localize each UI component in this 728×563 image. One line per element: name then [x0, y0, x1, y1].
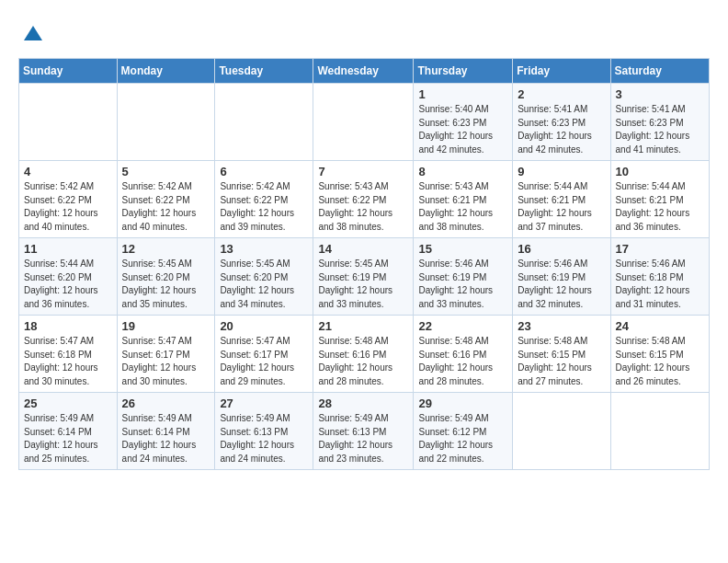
day-cell: 10Sunrise: 5:44 AM Sunset: 6:21 PM Dayli…	[610, 161, 709, 238]
day-info: Sunrise: 5:48 AM Sunset: 6:16 PM Dayligh…	[418, 335, 507, 388]
day-cell: 6Sunrise: 5:42 AM Sunset: 6:22 PM Daylig…	[215, 161, 313, 238]
day-cell: 5Sunrise: 5:42 AM Sunset: 6:22 PM Daylig…	[117, 161, 215, 238]
day-cell: 12Sunrise: 5:45 AM Sunset: 6:20 PM Dayli…	[117, 238, 215, 316]
day-number: 5	[122, 165, 210, 178]
day-number: 24	[616, 319, 704, 333]
day-info: Sunrise: 5:46 AM Sunset: 6:19 PM Dayligh…	[418, 258, 507, 311]
day-info: Sunrise: 5:41 AM Sunset: 6:23 PM Dayligh…	[518, 103, 605, 156]
day-info: Sunrise: 5:45 AM Sunset: 6:20 PM Dayligh…	[122, 258, 210, 311]
day-number: 4	[24, 165, 112, 178]
day-number: 26	[122, 396, 210, 410]
day-cell	[610, 393, 709, 470]
week-row-2: 4Sunrise: 5:42 AM Sunset: 6:22 PM Daylig…	[19, 161, 710, 238]
day-number: 28	[318, 396, 408, 410]
day-cell: 23Sunrise: 5:48 AM Sunset: 6:15 PM Dayli…	[513, 316, 610, 393]
day-cell: 17Sunrise: 5:46 AM Sunset: 6:18 PM Dayli…	[610, 238, 709, 316]
day-info: Sunrise: 5:48 AM Sunset: 6:15 PM Dayligh…	[616, 335, 704, 388]
day-number: 13	[220, 242, 308, 256]
day-info: Sunrise: 5:43 AM Sunset: 6:21 PM Dayligh…	[418, 180, 507, 234]
week-row-1: 1Sunrise: 5:40 AM Sunset: 6:23 PM Daylig…	[19, 84, 710, 161]
week-row-4: 18Sunrise: 5:47 AM Sunset: 6:18 PM Dayli…	[19, 316, 710, 393]
day-cell: 28Sunrise: 5:49 AM Sunset: 6:13 PM Dayli…	[313, 393, 414, 470]
day-info: Sunrise: 5:44 AM Sunset: 6:20 PM Dayligh…	[24, 258, 112, 311]
day-cell: 13Sunrise: 5:45 AM Sunset: 6:20 PM Dayli…	[215, 238, 313, 316]
day-cell: 25Sunrise: 5:49 AM Sunset: 6:14 PM Dayli…	[19, 393, 118, 470]
day-number: 16	[518, 242, 605, 256]
day-info: Sunrise: 5:48 AM Sunset: 6:16 PM Dayligh…	[318, 335, 408, 388]
day-info: Sunrise: 5:47 AM Sunset: 6:17 PM Dayligh…	[220, 335, 308, 388]
day-number: 9	[518, 165, 605, 178]
day-info: Sunrise: 5:49 AM Sunset: 6:14 PM Dayligh…	[122, 412, 210, 465]
day-cell: 9Sunrise: 5:44 AM Sunset: 6:21 PM Daylig…	[513, 161, 610, 238]
column-header-wednesday: Wednesday	[313, 59, 414, 84]
column-header-monday: Monday	[117, 59, 215, 84]
day-number: 19	[122, 319, 210, 333]
day-cell	[313, 84, 414, 161]
day-number: 7	[318, 165, 408, 178]
day-cell: 19Sunrise: 5:47 AM Sunset: 6:17 PM Dayli…	[117, 316, 215, 393]
column-header-sunday: Sunday	[19, 59, 118, 84]
day-info: Sunrise: 5:44 AM Sunset: 6:21 PM Dayligh…	[518, 180, 605, 234]
day-number: 23	[518, 319, 605, 333]
day-number: 15	[418, 242, 507, 256]
day-number: 10	[616, 165, 704, 178]
day-cell	[513, 393, 610, 470]
page-header	[18, 18, 710, 52]
column-header-saturday: Saturday	[610, 59, 709, 84]
day-cell: 11Sunrise: 5:44 AM Sunset: 6:20 PM Dayli…	[19, 238, 118, 316]
day-cell: 3Sunrise: 5:41 AM Sunset: 6:23 PM Daylig…	[610, 84, 709, 161]
day-cell: 21Sunrise: 5:48 AM Sunset: 6:16 PM Dayli…	[313, 316, 414, 393]
day-info: Sunrise: 5:44 AM Sunset: 6:21 PM Dayligh…	[616, 180, 704, 234]
day-number: 22	[418, 319, 507, 333]
day-number: 25	[24, 396, 112, 410]
day-info: Sunrise: 5:42 AM Sunset: 6:22 PM Dayligh…	[24, 180, 112, 234]
day-info: Sunrise: 5:45 AM Sunset: 6:19 PM Dayligh…	[318, 258, 408, 311]
day-cell: 16Sunrise: 5:46 AM Sunset: 6:19 PM Dayli…	[513, 238, 610, 316]
column-header-thursday: Thursday	[414, 59, 513, 84]
column-header-tuesday: Tuesday	[215, 59, 313, 84]
day-info: Sunrise: 5:49 AM Sunset: 6:12 PM Dayligh…	[418, 412, 507, 465]
day-cell: 27Sunrise: 5:49 AM Sunset: 6:13 PM Dayli…	[215, 393, 313, 470]
day-cell: 24Sunrise: 5:48 AM Sunset: 6:15 PM Dayli…	[610, 316, 709, 393]
week-row-5: 25Sunrise: 5:49 AM Sunset: 6:14 PM Dayli…	[19, 393, 710, 470]
day-info: Sunrise: 5:41 AM Sunset: 6:23 PM Dayligh…	[616, 103, 704, 156]
day-info: Sunrise: 5:45 AM Sunset: 6:20 PM Dayligh…	[220, 258, 308, 311]
day-info: Sunrise: 5:42 AM Sunset: 6:22 PM Dayligh…	[220, 180, 308, 234]
day-info: Sunrise: 5:42 AM Sunset: 6:22 PM Dayligh…	[122, 180, 210, 234]
day-cell: 26Sunrise: 5:49 AM Sunset: 6:14 PM Dayli…	[117, 393, 215, 470]
day-cell: 2Sunrise: 5:41 AM Sunset: 6:23 PM Daylig…	[513, 84, 610, 161]
day-info: Sunrise: 5:46 AM Sunset: 6:19 PM Dayligh…	[518, 258, 605, 311]
day-number: 14	[318, 242, 408, 256]
day-cell	[215, 84, 313, 161]
day-number: 2	[518, 87, 605, 101]
day-cell: 8Sunrise: 5:43 AM Sunset: 6:21 PM Daylig…	[414, 161, 513, 238]
column-header-friday: Friday	[513, 59, 610, 84]
logo-text	[18, 22, 46, 52]
svg-marker-0	[24, 26, 42, 40]
day-cell	[19, 84, 118, 161]
day-cell: 1Sunrise: 5:40 AM Sunset: 6:23 PM Daylig…	[414, 84, 513, 161]
day-number: 6	[220, 165, 308, 178]
logo-icon	[20, 22, 46, 48]
day-number: 29	[418, 396, 507, 410]
day-info: Sunrise: 5:46 AM Sunset: 6:18 PM Dayligh…	[616, 258, 704, 311]
day-number: 1	[418, 87, 507, 101]
day-info: Sunrise: 5:48 AM Sunset: 6:15 PM Dayligh…	[518, 335, 605, 388]
calendar-table: SundayMondayTuesdayWednesdayThursdayFrid…	[18, 58, 710, 470]
day-number: 11	[24, 242, 112, 256]
day-cell: 29Sunrise: 5:49 AM Sunset: 6:12 PM Dayli…	[414, 393, 513, 470]
day-info: Sunrise: 5:47 AM Sunset: 6:18 PM Dayligh…	[24, 335, 112, 388]
day-cell: 7Sunrise: 5:43 AM Sunset: 6:22 PM Daylig…	[313, 161, 414, 238]
day-number: 8	[418, 165, 507, 178]
logo	[18, 22, 46, 52]
day-number: 12	[122, 242, 210, 256]
day-info: Sunrise: 5:49 AM Sunset: 6:14 PM Dayligh…	[24, 412, 112, 465]
day-number: 18	[24, 319, 112, 333]
week-row-3: 11Sunrise: 5:44 AM Sunset: 6:20 PM Dayli…	[19, 238, 710, 316]
day-info: Sunrise: 5:49 AM Sunset: 6:13 PM Dayligh…	[318, 412, 408, 465]
day-cell: 22Sunrise: 5:48 AM Sunset: 6:16 PM Dayli…	[414, 316, 513, 393]
day-number: 3	[616, 87, 704, 101]
day-number: 27	[220, 396, 308, 410]
day-info: Sunrise: 5:49 AM Sunset: 6:13 PM Dayligh…	[220, 412, 308, 465]
day-info: Sunrise: 5:40 AM Sunset: 6:23 PM Dayligh…	[418, 103, 507, 156]
